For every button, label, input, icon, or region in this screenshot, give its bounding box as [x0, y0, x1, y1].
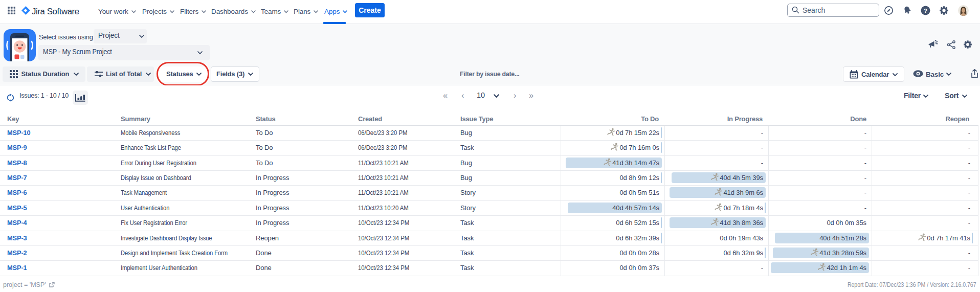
svg-text:?: ? [924, 8, 927, 14]
